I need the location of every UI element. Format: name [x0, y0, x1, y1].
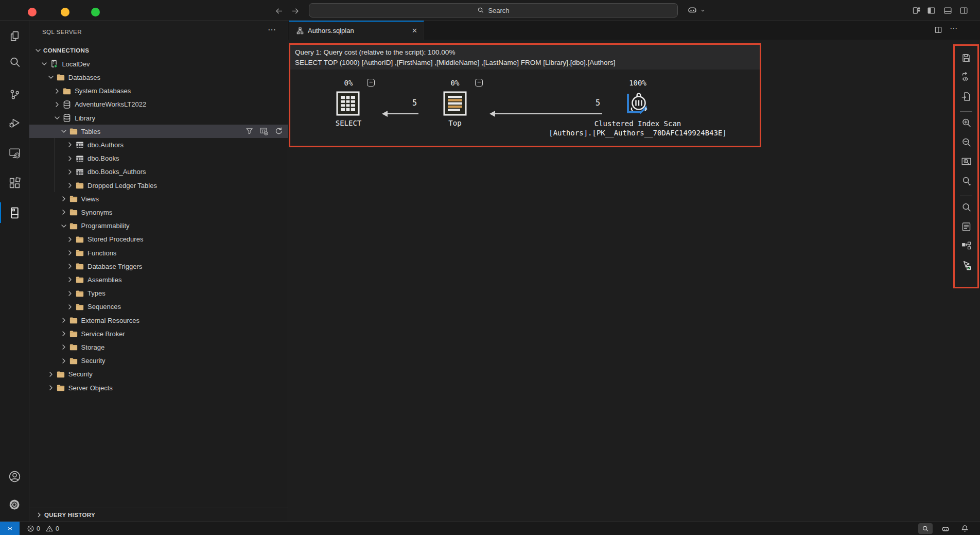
split-editor-button[interactable] — [934, 26, 942, 34]
zoom-out-icon — [961, 137, 972, 148]
chevron-right-icon — [60, 357, 68, 365]
chevron-down-icon — [60, 222, 68, 230]
statusbar-search-button[interactable] — [918, 523, 933, 534]
find-node-button[interactable] — [955, 200, 977, 215]
tree-item-dropped-ledger-tables[interactable]: Dropped Ledger Tables — [29, 179, 288, 192]
tab-close-button[interactable]: ✕ — [412, 27, 417, 34]
tree-item-security[interactable]: Security — [29, 354, 288, 368]
zoom-out-button[interactable] — [955, 134, 977, 150]
tree-item-functions[interactable]: Functions — [29, 246, 288, 260]
tree-item-service-broker[interactable]: Service Broker — [29, 327, 288, 340]
folder-icon — [69, 329, 78, 338]
remote-indicator-button[interactable] — [0, 522, 20, 535]
tree-item-assemblies[interactable]: Assemblies — [29, 273, 288, 286]
editor-more-actions-button[interactable]: ⋯ — [950, 24, 957, 33]
toggle-secondary-sidebar-button[interactable] — [959, 6, 968, 15]
activity-bar-item-search[interactable] — [0, 50, 29, 73]
chevron-right-icon — [60, 208, 68, 216]
tree-section-connections[interactable]: CONNECTIONS — [29, 44, 288, 57]
zoom-in-button[interactable] — [955, 115, 977, 131]
tree-item-label: dbo.Authors — [87, 141, 124, 149]
activity-bar-item-explorer[interactable] — [0, 25, 29, 47]
traffic-minimize-button[interactable] — [61, 8, 69, 16]
tree-item-sequences[interactable]: Sequences — [29, 300, 288, 314]
save-plan-button[interactable] — [955, 50, 977, 65]
tree-item-localdev[interactable]: LocalDev — [29, 57, 288, 71]
navigate-forward-button[interactable] — [290, 6, 300, 16]
tree-item-label: AdventureWorksLT2022 — [75, 100, 146, 108]
problems-indicator[interactable]: 0 0 — [27, 522, 59, 535]
activity-bar-item-settings[interactable] — [0, 493, 29, 516]
query-history-section[interactable]: QUERY HISTORY — [29, 508, 288, 521]
activity-bar-item-remote-explorer[interactable] — [0, 142, 29, 164]
traffic-zoom-button[interactable] — [91, 8, 100, 16]
clustered-index-scan-operator-icon[interactable] — [625, 91, 650, 117]
top-operator-icon[interactable] — [443, 91, 467, 116]
folder-icon — [56, 383, 65, 392]
copilot-chevron-icon[interactable] — [700, 8, 706, 13]
tree-item-synonyms[interactable]: Synonyms — [29, 205, 288, 219]
chevron-right-icon — [47, 384, 55, 392]
tree-item-adventureworkslt2022[interactable]: AdventureWorksLT2022 — [29, 98, 288, 111]
activity-bar-item-extensions[interactable] — [0, 171, 29, 194]
show-query-xml-button[interactable] — [955, 70, 977, 85]
tree-item-system-databases[interactable]: System Databases — [29, 84, 288, 98]
select-node-collapse-button[interactable]: − — [367, 79, 375, 87]
toggle-tooltips-button[interactable] — [955, 257, 977, 273]
activity-bar-item-accounts[interactable] — [0, 465, 29, 488]
notifications-bell-button[interactable] — [960, 522, 969, 535]
tree-item-types[interactable]: Types — [29, 287, 288, 300]
tree-item-external-resources[interactable]: External Resources — [29, 314, 288, 327]
refresh-icon[interactable] — [274, 127, 283, 136]
tab-authors-sqlplan[interactable]: Authors.sqlplan ✕ — [289, 21, 424, 40]
select-operator-icon[interactable] — [336, 91, 360, 116]
tree-item-server-objects[interactable]: Server Objects — [29, 381, 288, 394]
filter-icon[interactable] — [245, 127, 254, 136]
statusbar-copilot-button[interactable] — [941, 522, 950, 535]
top-node-collapse-button[interactable]: − — [475, 79, 483, 87]
traffic-close-button[interactable] — [28, 8, 37, 16]
tree-item-label: Security — [68, 370, 93, 378]
activity-bar-item-run-and-debug[interactable] — [0, 111, 29, 134]
edge-line[interactable] — [387, 113, 418, 114]
tree-item-dbo-books[interactable]: dbo.Books — [29, 152, 288, 165]
tree-item-storage[interactable]: Storage — [29, 340, 288, 354]
design-icon[interactable] — [259, 127, 269, 136]
folder-icon — [69, 127, 78, 136]
tree-item-security[interactable]: Security — [29, 368, 288, 381]
chevron-right-icon — [66, 303, 74, 311]
chevron-right-icon — [35, 511, 43, 519]
edge-row-count: 5 — [596, 98, 600, 108]
command-center-search[interactable]: Search — [309, 3, 678, 18]
zoom-in-icon — [961, 117, 972, 128]
activity-bar-item-source-control[interactable] — [0, 83, 29, 106]
customize-layout-icon — [912, 6, 921, 15]
tree-item-database-triggers[interactable]: Database Triggers — [29, 260, 288, 273]
folder-icon — [75, 235, 84, 244]
tree-item-dbo-books-authors[interactable]: dbo.Books_Authors — [29, 165, 288, 179]
chevron-right-icon — [66, 289, 74, 298]
toggle-primary-sidebar-button[interactable] — [927, 6, 936, 15]
tree-item-views[interactable]: Views — [29, 192, 288, 205]
toggle-panel-button[interactable] — [943, 6, 952, 15]
navigate-back-button[interactable] — [274, 6, 284, 16]
tree-item-stored-procedures[interactable]: Stored Procedures — [29, 233, 288, 246]
tree-item-programmability[interactable]: Programmability — [29, 219, 288, 233]
tree-item-dbo-authors[interactable]: dbo.Authors — [29, 138, 288, 151]
open-query-button[interactable] — [955, 89, 977, 104]
zoom-to-fit-button[interactable] — [955, 154, 977, 169]
custom-zoom-button[interactable] — [955, 173, 977, 188]
tree-item-databases[interactable]: Databases — [29, 71, 288, 84]
copilot-menu-button[interactable] — [687, 4, 698, 15]
arrow-right-icon — [290, 6, 300, 16]
folder-icon — [75, 302, 84, 312]
sidebar-more-actions-button[interactable]: ⋯ — [268, 25, 276, 34]
extensions-icon — [8, 177, 21, 189]
highlight-expensive-operation-button[interactable] — [955, 238, 977, 254]
activity-bar-item-sql-server[interactable] — [0, 201, 29, 224]
customize-layout-button[interactable] — [912, 6, 921, 15]
select-node-cost: 0% — [328, 79, 369, 87]
sql-server-icon — [8, 206, 21, 219]
edge-line[interactable] — [495, 113, 602, 114]
properties-button[interactable] — [955, 219, 977, 234]
